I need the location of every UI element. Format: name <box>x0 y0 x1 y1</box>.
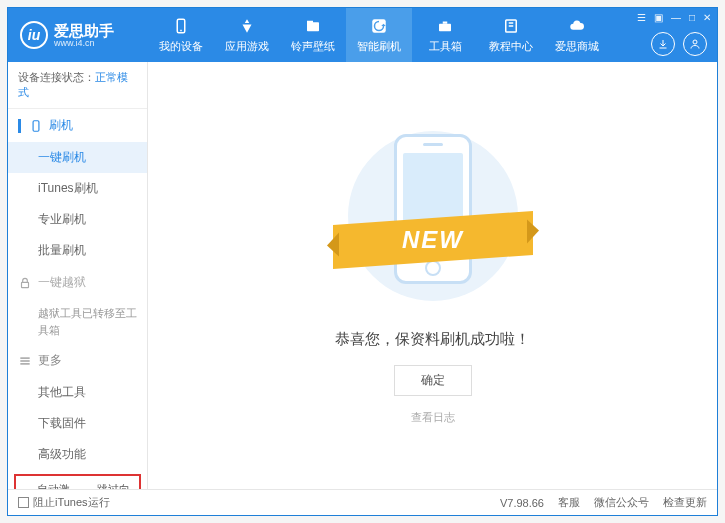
sidebar: 设备连接状态：正常模式 刷机 一键刷机 iTunes刷机 专业刷机 批量刷机 一… <box>8 62 148 489</box>
sidebar-item-advanced[interactable]: 高级功能 <box>8 439 147 470</box>
cloud-icon <box>568 17 586 35</box>
jailbreak-note: 越狱工具已转移至工具箱 <box>8 299 147 344</box>
success-illustration: NEW <box>343 126 523 306</box>
window-controls: ☰ ▣ — □ ✕ <box>637 12 711 23</box>
theme-icon[interactable]: ▣ <box>654 12 663 23</box>
titlebar-actions <box>651 32 707 56</box>
brand-url: www.i4.cn <box>54 38 114 48</box>
phone-icon <box>29 119 43 133</box>
block-label: 阻止iTunes运行 <box>33 495 110 510</box>
statusbar: 阻止iTunes运行 V7.98.66 客服 微信公众号 检查更新 <box>8 489 717 515</box>
logo-icon: iu <box>20 21 48 49</box>
main-nav: 我的设备 应用游戏 铃声壁纸 智能刷机 工具箱 教程中心 <box>148 8 717 62</box>
book-icon <box>502 17 520 35</box>
maximize-icon[interactable]: □ <box>689 12 695 23</box>
section-flash[interactable]: 刷机 <box>8 109 147 142</box>
bar-icon <box>18 119 21 133</box>
download-button[interactable] <box>651 32 675 56</box>
apps-icon <box>238 17 256 35</box>
brand-name: 爱思助手 <box>54 23 114 38</box>
nav-flash[interactable]: 智能刷机 <box>346 8 412 62</box>
section-more[interactable]: 更多 <box>8 344 147 377</box>
support-link[interactable]: 客服 <box>558 495 580 510</box>
menu-icon <box>18 354 32 368</box>
lock-icon <box>18 276 32 290</box>
nav-apps[interactable]: 应用游戏 <box>214 8 280 62</box>
success-message: 恭喜您，保资料刷机成功啦！ <box>335 330 530 349</box>
sidebar-item-pro[interactable]: 专业刷机 <box>8 204 147 235</box>
nav-store[interactable]: 爱思商城 <box>544 8 610 62</box>
svg-rect-3 <box>307 20 313 22</box>
section-label: 一键越狱 <box>38 274 86 291</box>
nav-label: 爱思商城 <box>555 39 599 54</box>
svg-rect-6 <box>443 21 448 23</box>
sidebar-item-other[interactable]: 其他工具 <box>8 377 147 408</box>
section-label: 更多 <box>38 352 62 369</box>
close-icon[interactable]: ✕ <box>703 12 711 23</box>
nav-label: 工具箱 <box>429 39 462 54</box>
nav-label: 铃声壁纸 <box>291 39 335 54</box>
menu-icon[interactable]: ☰ <box>637 12 646 23</box>
body: 设备连接状态：正常模式 刷机 一键刷机 iTunes刷机 专业刷机 批量刷机 一… <box>8 62 717 489</box>
minimize-icon[interactable]: — <box>671 12 681 23</box>
connection-status: 设备连接状态：正常模式 <box>8 62 147 109</box>
phone-icon <box>172 17 190 35</box>
svg-rect-12 <box>22 282 29 287</box>
chk-label: 跳过向导 <box>97 482 135 489</box>
svg-rect-11 <box>33 120 39 131</box>
ok-button[interactable]: 确定 <box>394 365 472 396</box>
main-content: NEW 恭喜您，保资料刷机成功啦！ 确定 查看日志 <box>148 62 717 489</box>
options-row: ✓ 自动激活 ✓ 跳过向导 <box>14 474 141 489</box>
nav-label: 智能刷机 <box>357 39 401 54</box>
conn-label: 设备连接状态： <box>18 71 95 83</box>
sidebar-item-itunes[interactable]: iTunes刷机 <box>8 173 147 204</box>
nav-label: 教程中心 <box>489 39 533 54</box>
section-label: 刷机 <box>49 117 73 134</box>
check-update-link[interactable]: 检查更新 <box>663 495 707 510</box>
nav-ringtones[interactable]: 铃声壁纸 <box>280 8 346 62</box>
folder-icon <box>304 17 322 35</box>
nav-my-device[interactable]: 我的设备 <box>148 8 214 62</box>
nav-tutorials[interactable]: 教程中心 <box>478 8 544 62</box>
titlebar: iu 爱思助手 www.i4.cn 我的设备 应用游戏 铃声壁纸 智能刷机 <box>8 8 717 62</box>
version-label: V7.98.66 <box>500 497 544 509</box>
ribbon-text: NEW <box>402 226 464 254</box>
sidebar-item-download-fw[interactable]: 下载固件 <box>8 408 147 439</box>
download-icon <box>657 38 669 50</box>
svg-point-10 <box>693 40 697 44</box>
sidebar-item-batch[interactable]: 批量刷机 <box>8 235 147 266</box>
user-button[interactable] <box>683 32 707 56</box>
checkbox-block-itunes[interactable] <box>18 497 29 508</box>
svg-rect-5 <box>439 23 451 31</box>
nav-label: 应用游戏 <box>225 39 269 54</box>
app-window: iu 爱思助手 www.i4.cn 我的设备 应用游戏 铃声壁纸 智能刷机 <box>7 7 718 516</box>
refresh-icon <box>370 17 388 35</box>
chk-label: 自动激活 <box>37 482 75 489</box>
view-log-link[interactable]: 查看日志 <box>411 410 455 425</box>
svg-rect-2 <box>307 22 319 31</box>
nav-label: 我的设备 <box>159 39 203 54</box>
toolbox-icon <box>436 17 454 35</box>
logo-area: iu 爱思助手 www.i4.cn <box>8 21 148 49</box>
wechat-link[interactable]: 微信公众号 <box>594 495 649 510</box>
nav-toolbox[interactable]: 工具箱 <box>412 8 478 62</box>
sidebar-item-oneclick[interactable]: 一键刷机 <box>8 142 147 173</box>
section-jailbreak: 一键越狱 <box>8 266 147 299</box>
user-icon <box>689 38 701 50</box>
